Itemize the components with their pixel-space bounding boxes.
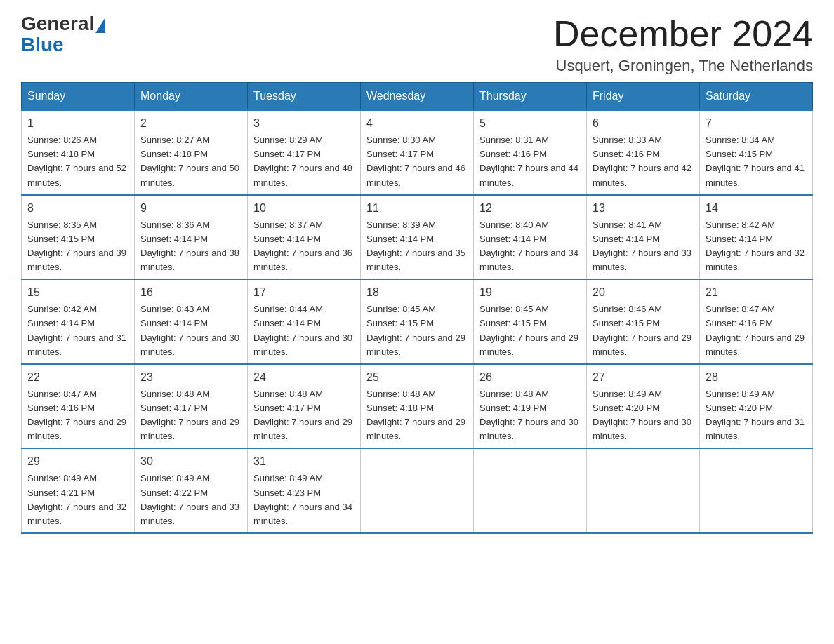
calendar-cell: 15Sunrise: 8:42 AMSunset: 4:14 PMDayligh… <box>22 279 135 364</box>
day-info: Sunrise: 8:48 AMSunset: 4:17 PMDaylight:… <box>253 387 355 444</box>
day-number: 31 <box>253 453 355 470</box>
day-info: Sunrise: 8:45 AMSunset: 4:15 PMDaylight:… <box>479 302 581 359</box>
page-header: General Blue December 2024 Usquert, Gron… <box>21 14 813 75</box>
calendar-cell: 31Sunrise: 8:49 AMSunset: 4:23 PMDayligh… <box>248 448 361 533</box>
day-info: Sunrise: 8:44 AMSunset: 4:14 PMDaylight:… <box>253 302 355 359</box>
calendar-cell: 11Sunrise: 8:39 AMSunset: 4:14 PMDayligh… <box>361 195 474 280</box>
day-info: Sunrise: 8:43 AMSunset: 4:14 PMDaylight:… <box>140 302 241 359</box>
day-number: 5 <box>479 115 581 132</box>
day-number: 19 <box>479 284 581 301</box>
day-info: Sunrise: 8:26 AMSunset: 4:18 PMDaylight:… <box>27 133 128 190</box>
day-number: 14 <box>706 200 807 217</box>
day-number: 25 <box>366 369 468 386</box>
day-info: Sunrise: 8:35 AMSunset: 4:15 PMDaylight:… <box>27 218 128 275</box>
weekday-header-row: SundayMondayTuesdayWednesdayThursdayFrid… <box>22 83 813 111</box>
weekday-header-friday: Friday <box>587 83 700 111</box>
day-number: 20 <box>593 284 694 301</box>
calendar-cell: 20Sunrise: 8:46 AMSunset: 4:15 PMDayligh… <box>587 279 700 364</box>
day-info: Sunrise: 8:37 AMSunset: 4:14 PMDaylight:… <box>253 218 355 275</box>
calendar-cell: 29Sunrise: 8:49 AMSunset: 4:21 PMDayligh… <box>22 448 135 533</box>
calendar-cell: 3Sunrise: 8:29 AMSunset: 4:17 PMDaylight… <box>248 110 361 195</box>
calendar-cell: 12Sunrise: 8:40 AMSunset: 4:14 PMDayligh… <box>474 195 587 280</box>
day-info: Sunrise: 8:49 AMSunset: 4:21 PMDaylight:… <box>27 471 128 528</box>
calendar-cell: 7Sunrise: 8:34 AMSunset: 4:15 PMDaylight… <box>700 110 813 195</box>
day-info: Sunrise: 8:48 AMSunset: 4:19 PMDaylight:… <box>479 387 581 444</box>
calendar-cell: 8Sunrise: 8:35 AMSunset: 4:15 PMDaylight… <box>22 195 135 280</box>
calendar-cell: 13Sunrise: 8:41 AMSunset: 4:14 PMDayligh… <box>587 195 700 280</box>
day-info: Sunrise: 8:34 AMSunset: 4:15 PMDaylight:… <box>706 133 807 190</box>
calendar-cell <box>474 448 587 533</box>
calendar-week-row: 29Sunrise: 8:49 AMSunset: 4:21 PMDayligh… <box>22 448 813 533</box>
day-info: Sunrise: 8:49 AMSunset: 4:23 PMDaylight:… <box>253 471 355 528</box>
calendar-header: SundayMondayTuesdayWednesdayThursdayFrid… <box>22 83 813 111</box>
calendar-cell: 17Sunrise: 8:44 AMSunset: 4:14 PMDayligh… <box>248 279 361 364</box>
logo-triangle-icon <box>95 18 105 33</box>
day-info: Sunrise: 8:49 AMSunset: 4:20 PMDaylight:… <box>706 387 807 444</box>
calendar-cell: 25Sunrise: 8:48 AMSunset: 4:18 PMDayligh… <box>361 364 474 449</box>
day-info: Sunrise: 8:30 AMSunset: 4:17 PMDaylight:… <box>366 133 468 190</box>
calendar-week-row: 15Sunrise: 8:42 AMSunset: 4:14 PMDayligh… <box>22 279 813 364</box>
day-number: 13 <box>593 200 694 217</box>
day-number: 15 <box>27 284 128 301</box>
day-info: Sunrise: 8:29 AMSunset: 4:17 PMDaylight:… <box>253 133 355 190</box>
day-info: Sunrise: 8:47 AMSunset: 4:16 PMDaylight:… <box>27 387 128 444</box>
calendar-cell: 14Sunrise: 8:42 AMSunset: 4:14 PMDayligh… <box>700 195 813 280</box>
calendar-cell: 16Sunrise: 8:43 AMSunset: 4:14 PMDayligh… <box>135 279 248 364</box>
calendar-week-row: 1Sunrise: 8:26 AMSunset: 4:18 PMDaylight… <box>22 110 813 195</box>
weekday-header-monday: Monday <box>135 83 248 111</box>
calendar-cell: 30Sunrise: 8:49 AMSunset: 4:22 PMDayligh… <box>135 448 248 533</box>
weekday-header-tuesday: Tuesday <box>248 83 361 111</box>
calendar-cell: 23Sunrise: 8:48 AMSunset: 4:17 PMDayligh… <box>135 364 248 449</box>
day-number: 6 <box>593 115 694 132</box>
calendar-cell: 9Sunrise: 8:36 AMSunset: 4:14 PMDaylight… <box>135 195 248 280</box>
day-info: Sunrise: 8:48 AMSunset: 4:17 PMDaylight:… <box>140 387 241 444</box>
logo-blue-text: Blue <box>21 34 64 55</box>
day-number: 17 <box>253 284 355 301</box>
calendar-cell: 24Sunrise: 8:48 AMSunset: 4:17 PMDayligh… <box>248 364 361 449</box>
day-number: 8 <box>27 200 128 217</box>
day-number: 26 <box>479 369 581 386</box>
day-number: 27 <box>593 369 694 386</box>
day-info: Sunrise: 8:49 AMSunset: 4:20 PMDaylight:… <box>593 387 694 444</box>
day-info: Sunrise: 8:48 AMSunset: 4:18 PMDaylight:… <box>366 387 468 444</box>
day-number: 22 <box>27 369 128 386</box>
day-number: 1 <box>27 115 128 132</box>
weekday-header-sunday: Sunday <box>22 83 135 111</box>
calendar-cell: 28Sunrise: 8:49 AMSunset: 4:20 PMDayligh… <box>700 364 813 449</box>
day-number: 9 <box>140 200 241 217</box>
day-number: 29 <box>27 453 128 470</box>
logo-general-text: General <box>21 14 94 34</box>
calendar-cell <box>587 448 700 533</box>
day-info: Sunrise: 8:31 AMSunset: 4:16 PMDaylight:… <box>479 133 581 190</box>
day-info: Sunrise: 8:46 AMSunset: 4:15 PMDaylight:… <box>593 302 694 359</box>
day-number: 18 <box>366 284 468 301</box>
day-number: 3 <box>253 115 355 132</box>
subtitle: Usquert, Groningen, The Netherlands <box>553 57 813 75</box>
day-info: Sunrise: 8:40 AMSunset: 4:14 PMDaylight:… <box>479 218 581 275</box>
weekday-header-thursday: Thursday <box>474 83 587 111</box>
calendar-body: 1Sunrise: 8:26 AMSunset: 4:18 PMDaylight… <box>22 110 813 533</box>
day-number: 11 <box>366 200 468 217</box>
day-number: 4 <box>366 115 468 132</box>
day-info: Sunrise: 8:41 AMSunset: 4:14 PMDaylight:… <box>593 218 694 275</box>
day-number: 28 <box>706 369 807 386</box>
day-info: Sunrise: 8:47 AMSunset: 4:16 PMDaylight:… <box>706 302 807 359</box>
calendar-cell: 10Sunrise: 8:37 AMSunset: 4:14 PMDayligh… <box>248 195 361 280</box>
day-info: Sunrise: 8:45 AMSunset: 4:15 PMDaylight:… <box>366 302 468 359</box>
calendar-cell: 6Sunrise: 8:33 AMSunset: 4:16 PMDaylight… <box>587 110 700 195</box>
day-number: 24 <box>253 369 355 386</box>
calendar-table: SundayMondayTuesdayWednesdayThursdayFrid… <box>21 82 813 534</box>
calendar-cell <box>700 448 813 533</box>
calendar-cell: 18Sunrise: 8:45 AMSunset: 4:15 PMDayligh… <box>361 279 474 364</box>
day-number: 10 <box>253 200 355 217</box>
calendar-cell: 26Sunrise: 8:48 AMSunset: 4:19 PMDayligh… <box>474 364 587 449</box>
day-number: 7 <box>706 115 807 132</box>
title-area: December 2024 Usquert, Groningen, The Ne… <box>553 14 813 75</box>
day-info: Sunrise: 8:27 AMSunset: 4:18 PMDaylight:… <box>140 133 241 190</box>
calendar-cell: 21Sunrise: 8:47 AMSunset: 4:16 PMDayligh… <box>700 279 813 364</box>
calendar-cell: 27Sunrise: 8:49 AMSunset: 4:20 PMDayligh… <box>587 364 700 449</box>
day-info: Sunrise: 8:42 AMSunset: 4:14 PMDaylight:… <box>27 302 128 359</box>
calendar-cell: 19Sunrise: 8:45 AMSunset: 4:15 PMDayligh… <box>474 279 587 364</box>
day-info: Sunrise: 8:36 AMSunset: 4:14 PMDaylight:… <box>140 218 241 275</box>
weekday-header-saturday: Saturday <box>700 83 813 111</box>
